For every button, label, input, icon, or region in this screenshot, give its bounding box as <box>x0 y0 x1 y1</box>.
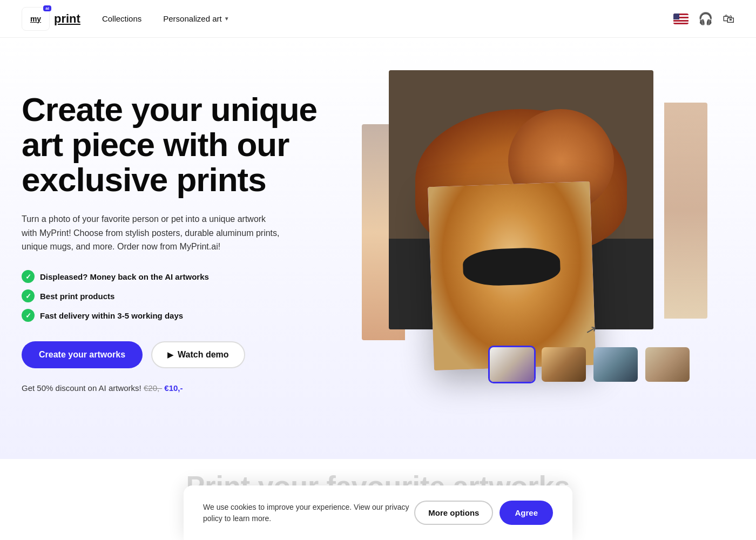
logo-print-text: print <box>54 12 80 26</box>
thumbnail-1-image <box>490 347 534 382</box>
hero-buttons: Create your artworks ▶ Watch demo <box>22 341 335 368</box>
nav-left: my ai print Collections Personalized art… <box>22 7 230 31</box>
thumbnail-2[interactable] <box>540 346 588 383</box>
thumbnail-4[interactable] <box>644 346 691 383</box>
hero-right: ↗ <box>335 70 734 437</box>
hero-check-3: ✓ Fast delivery within 3-5 working days <box>22 309 335 322</box>
agree-button[interactable]: Agree <box>500 501 553 525</box>
hero-section: Create your unique art piece with our ex… <box>0 38 756 459</box>
cart-icon[interactable]: 🛍 <box>723 12 734 26</box>
language-flag-icon[interactable] <box>673 14 688 24</box>
price-old: €20,- <box>144 383 162 393</box>
hero-image-container: ↗ <box>362 70 707 383</box>
thumbnail-list <box>488 346 691 383</box>
navigation: my ai print Collections Personalized art… <box>0 0 756 38</box>
nav-right: 🎧 🛍 <box>673 12 734 26</box>
thumbnail-4-image <box>645 347 690 382</box>
support-icon[interactable]: 🎧 <box>698 12 713 26</box>
more-options-button[interactable]: More options <box>414 501 493 525</box>
thumbnail-3-image <box>593 347 638 382</box>
hero-check-2: ✓ Best print products <box>22 289 335 302</box>
hero-left: Create your unique art piece with our ex… <box>22 70 335 393</box>
hero-title: Create your unique art piece with our ex… <box>22 92 335 197</box>
play-icon: ▶ <box>167 350 173 359</box>
artwork-card <box>428 181 596 370</box>
checkmark-icon-2: ✓ <box>22 289 35 302</box>
nav-collections[interactable]: Collections <box>102 14 141 23</box>
chevron-down-icon: ▼ <box>224 16 230 22</box>
hero-side-image-right <box>664 103 707 319</box>
nav-personalized-art[interactable]: Personalized art ▼ <box>163 14 229 23</box>
artwork-dog-sunglasses <box>428 181 596 370</box>
logo-my-text: my <box>30 15 41 23</box>
thumbnail-2-image <box>542 347 586 382</box>
thumbnail-3[interactable] <box>592 346 639 383</box>
checkmark-icon-3: ✓ <box>22 309 35 322</box>
cookie-text: We use cookies to improve your experienc… <box>203 502 414 524</box>
cookie-buttons: More options Agree <box>414 501 553 525</box>
cookie-banner: We use cookies to improve your experienc… <box>184 485 572 540</box>
logo-icon: my ai <box>22 7 50 31</box>
hero-checks: ✓ Displeased? Money back on the AI artwo… <box>22 270 335 322</box>
checkmark-icon-1: ✓ <box>22 270 35 283</box>
price-new: €10,- <box>164 383 183 393</box>
discount-text: Get 50% discount on AI artworks! €20,- €… <box>22 383 335 393</box>
hero-check-1: ✓ Displeased? Money back on the AI artwo… <box>22 270 335 283</box>
logo[interactable]: my ai print <box>22 7 80 31</box>
hero-description: Turn a photo of your favorite person or … <box>22 212 281 254</box>
logo-ai-badge: ai <box>43 5 51 11</box>
create-artworks-button[interactable]: Create your artworks <box>22 341 143 368</box>
watch-demo-button[interactable]: ▶ Watch demo <box>151 341 245 368</box>
thumbnail-1[interactable] <box>488 346 536 383</box>
sunglasses-art <box>462 247 561 287</box>
